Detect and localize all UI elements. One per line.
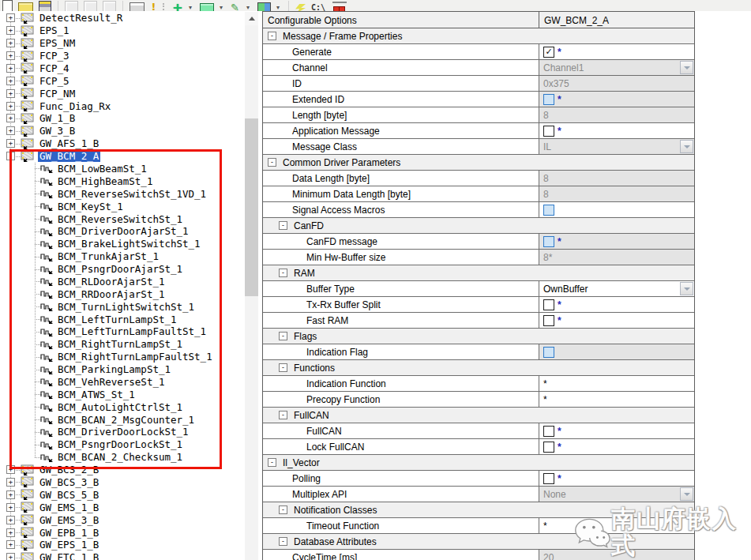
dropdown-button[interactable] [680, 282, 693, 295]
property-value-cell[interactable]: * [539, 423, 694, 438]
tree-item-label[interactable]: GW_BCM_2_A [38, 150, 100, 162]
paste-icon[interactable] [103, 1, 116, 11]
expand-icon[interactable]: + [6, 465, 15, 474]
save-icon[interactable] [39, 1, 51, 11]
checkbox[interactable] [543, 126, 554, 137]
tree-item[interactable]: BCM_RightTurnLampFaultSt_1 [0, 351, 243, 363]
expand-icon[interactable]: + [6, 89, 15, 98]
property-value-cell[interactable]: * [539, 313, 694, 328]
tree-item[interactable]: +GW_BCS_5_B [0, 488, 243, 501]
tree-item-label[interactable]: GW_BCS_5_B [38, 489, 100, 501]
tree-item[interactable]: BCM_RLDoorAjarSt_1 [0, 275, 243, 288]
tree-item[interactable]: BCM_BrakeLightSwitchSt_1 [0, 238, 243, 250]
tree-item-label[interactable]: GW_BCS_3_B [38, 476, 100, 488]
collapse-icon[interactable]: - [279, 269, 287, 277]
tree-item[interactable]: +GW_BCS_2_B [0, 464, 243, 476]
tree-item[interactable]: BCM_DriverDoorLockSt_1 [0, 426, 243, 438]
collapse-icon[interactable]: - [279, 506, 287, 514]
collapse-icon[interactable]: - [268, 158, 276, 167]
tree-item[interactable]: BCM_LeftTurnLampSt_1 [0, 313, 243, 325]
tree-item-label[interactable]: BCM_ReverseSwitchSt_1 [56, 213, 184, 225]
tree-item[interactable]: +GW_EMS_1_B [0, 501, 243, 513]
tree-item[interactable]: BCM_HighBeamSt_1 [0, 175, 243, 187]
tree-item-label[interactable]: BCM_DriverDoorAjarSt_1 [56, 225, 190, 237]
tree-item-label[interactable]: BCM_RRDoorAjarSt_1 [56, 288, 166, 300]
cut-icon[interactable] [65, 1, 78, 11]
tree-item[interactable]: +GW_ETC_1_B [0, 551, 243, 560]
tree-item-label[interactable]: BCM_AutoLightCtrlSt_1 [56, 401, 184, 413]
tree-item[interactable]: -GW_BCM_2_A [0, 150, 243, 163]
expand-icon[interactable]: + [6, 126, 15, 135]
expand-icon[interactable]: + [6, 139, 15, 148]
expand-icon[interactable]: + [6, 39, 15, 47]
checkbox[interactable] [543, 473, 554, 484]
tree-item[interactable]: +GW_AFS_1_B [0, 137, 243, 150]
expand-icon[interactable]: + [6, 114, 15, 122]
property-value-cell[interactable] [539, 202, 694, 217]
property-value-cell[interactable]: * [539, 123, 694, 138]
tree-item[interactable]: +FCP_5 [0, 74, 243, 87]
tree-item-label[interactable]: BCM_LowBeamSt_1 [56, 163, 148, 175]
tree-item[interactable]: BCM_DriverDoorAjarSt_1 [0, 225, 243, 238]
tree-item[interactable]: +DetectResult_R [0, 12, 243, 24]
tree-item[interactable]: +FCP_NM [0, 87, 243, 100]
checkbox[interactable] [543, 94, 554, 105]
tree-item[interactable]: +GW_BCS_3_B [0, 476, 243, 489]
collapse-icon[interactable]: - [268, 32, 276, 40]
dropdown[interactable]: ▾ [189, 3, 194, 11]
dropdown[interactable]: ▾ [220, 3, 225, 11]
tree-item-label[interactable]: BCM_DriverDoorLockSt_1 [56, 426, 190, 438]
add-icon[interactable]: + [172, 2, 183, 11]
collapse-icon[interactable]: - [279, 363, 287, 372]
tree-item[interactable]: BCM_TrunkAjarSt_1 [0, 250, 243, 263]
tree-scrollbar[interactable] [245, 12, 258, 560]
tree-item-label[interactable]: FCP_NM [38, 88, 77, 100]
tree-item[interactable]: +GW_1_B [0, 112, 243, 125]
network-icon[interactable] [332, 2, 347, 11]
tree-item[interactable]: BCM_AutoLightCtrlSt_1 [0, 400, 243, 413]
tree-item-label[interactable]: BCM_KeySt_1 [56, 201, 125, 212]
tree-item-label[interactable]: BCM_BCAN_2_Checksum_1 [56, 451, 184, 463]
tree-item[interactable]: BCM_ReverseSwitchSt_1 [0, 212, 243, 225]
tree-item-label[interactable]: BCM_ParkingLampSt_1 [56, 363, 172, 375]
tree-item[interactable]: BCM_VehReverseSt_1 [0, 376, 243, 389]
tree-item-label[interactable]: BCM_LeftTurnLampSt_1 [56, 314, 178, 325]
checkbox[interactable] [543, 299, 554, 310]
tree-item-label[interactable]: BCM_ATWS_St_1 [56, 389, 137, 400]
tree-item-label[interactable]: BCM_RLDoorAjarSt_1 [56, 276, 166, 288]
tree-item[interactable]: BCM_BCAN_2_MsgCounter_1 [0, 413, 243, 426]
generate-icon[interactable] [257, 2, 271, 11]
tree-item-label[interactable]: DetectResult_R [38, 12, 124, 24]
collapse-icon[interactable]: - [279, 537, 287, 546]
tree-item-label[interactable]: FCP_4 [38, 62, 71, 74]
tree-item-label[interactable]: FCP_5 [38, 75, 71, 87]
collapse-icon[interactable]: - [6, 152, 15, 160]
tree-item-label[interactable]: BCM_PsngrDoorAjarSt_1 [56, 263, 184, 275]
copy-icon[interactable] [84, 1, 97, 11]
expand-icon[interactable]: + [6, 26, 15, 35]
property-value-cell[interactable]: * [539, 376, 694, 391]
collapse-icon[interactable]: - [268, 458, 276, 467]
checkbox[interactable] [543, 205, 554, 216]
expand-icon[interactable]: + [6, 478, 15, 487]
checkbox[interactable] [543, 315, 554, 326]
tree-item-label[interactable]: Func_Diag_Rx [38, 100, 112, 112]
tree-item-label[interactable]: BCM_VehReverseSt_1 [56, 376, 166, 388]
tree-item[interactable]: BCM_ParkingLampSt_1 [0, 363, 243, 376]
tree-item[interactable]: BCM_RRDoorAjarSt_1 [0, 288, 243, 300]
tree-item-label[interactable]: GW_1_B [38, 112, 77, 124]
path-icon[interactable]: C:\ [311, 3, 327, 11]
edit-icon[interactable]: ✎ [231, 2, 241, 11]
tree-item[interactable]: BCM_PsngrDoorAjarSt_1 [0, 263, 243, 276]
tree-item-label[interactable]: BCM_BrakeLightSwitchSt_1 [56, 238, 202, 250]
collapse-icon[interactable]: - [279, 411, 287, 419]
property-value-cell[interactable]: ✓* [539, 44, 694, 59]
tree-item[interactable]: +Func_Diag_Rx [0, 100, 243, 112]
code-gen-icon[interactable] [295, 4, 306, 11]
expand-icon[interactable]: + [6, 516, 15, 524]
collapse-icon[interactable]: - [279, 221, 287, 230]
about-icon[interactable]: ! [150, 2, 157, 11]
tree-item[interactable]: +GW_EPS_1_B [0, 539, 243, 551]
tree-item[interactable]: BCM_ATWS_St_1 [0, 388, 243, 400]
scroll-up-button[interactable] [245, 12, 258, 25]
